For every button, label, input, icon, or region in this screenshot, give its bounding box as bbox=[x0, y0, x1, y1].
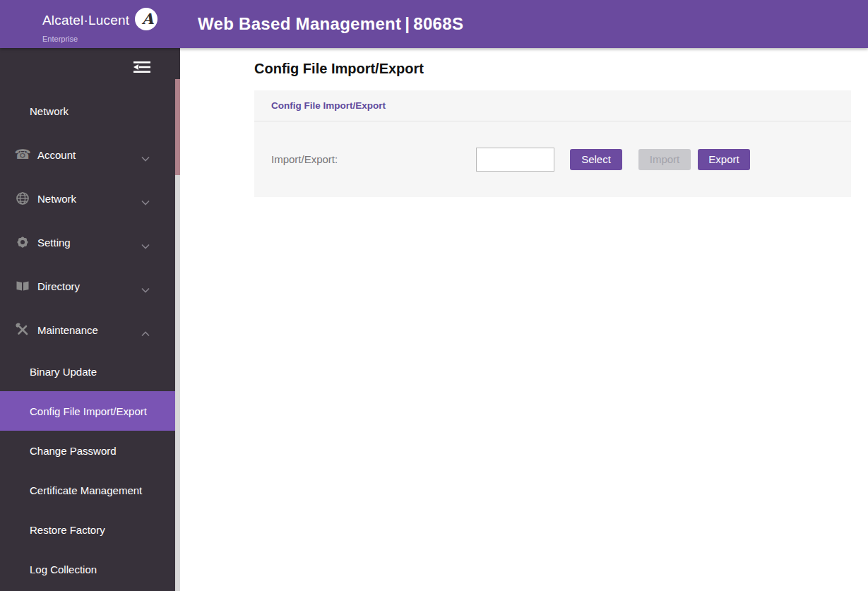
sidebar-scrollbar-thumb[interactable] bbox=[175, 79, 180, 175]
export-button[interactable]: Export bbox=[698, 149, 750, 170]
page-header-title: Web Based Management | 8068S bbox=[198, 0, 463, 48]
gear-icon bbox=[15, 234, 30, 250]
import-button[interactable]: Import bbox=[638, 149, 691, 170]
globe-icon bbox=[15, 191, 30, 206]
sidebar-item-network-top[interactable]: Network bbox=[0, 89, 175, 133]
tools-icon bbox=[15, 322, 30, 338]
file-path-input[interactable] bbox=[476, 148, 554, 172]
import-export-label: Import/Export: bbox=[271, 153, 476, 165]
book-icon bbox=[15, 278, 30, 294]
brand-name: Alcatel·Lucent bbox=[42, 13, 129, 28]
config-import-export-panel: Config File Import/Export Import/Export:… bbox=[254, 90, 851, 197]
sidebar-item-log-collection[interactable]: Log Collection bbox=[0, 549, 175, 589]
main-content: Config File Import/Export Config File Im… bbox=[180, 48, 868, 591]
sidebar-item-certificate-management[interactable]: Certificate Management bbox=[0, 470, 175, 510]
app-title: Web Based Management bbox=[198, 14, 401, 34]
sidebar: Network ☎ Account Network bbox=[0, 48, 180, 591]
chevron-down-icon bbox=[141, 152, 150, 164]
brand-logo: Alcatel·Lucent A Enterprise bbox=[42, 7, 162, 43]
sidebar-item-change-password[interactable]: Change Password bbox=[0, 431, 175, 470]
svg-text:A: A bbox=[141, 10, 154, 28]
chevron-down-icon bbox=[141, 283, 150, 295]
sidebar-item-restore-factory[interactable]: Restore Factory bbox=[0, 510, 175, 549]
panel-header-title: Config File Import/Export bbox=[271, 100, 386, 111]
chevron-up-icon bbox=[141, 327, 150, 339]
sidebar-scrollbar[interactable] bbox=[175, 79, 180, 591]
chevron-down-icon bbox=[141, 196, 150, 208]
title-separator: | bbox=[405, 14, 410, 34]
chevron-down-icon bbox=[141, 239, 150, 251]
brand-subtitle: Enterprise bbox=[42, 35, 162, 43]
page-title: Config File Import/Export bbox=[254, 61, 424, 77]
sidebar-item-network[interactable]: Network bbox=[0, 177, 175, 220]
collapse-sidebar-icon[interactable] bbox=[132, 60, 152, 74]
device-model: 8068S bbox=[413, 14, 463, 34]
panel-header: Config File Import/Export bbox=[254, 90, 851, 121]
alcatel-lucent-logo-icon: A bbox=[134, 7, 158, 34]
sidebar-item-binary-update[interactable]: Binary Update bbox=[0, 352, 175, 391]
panel-body: Import/Export: Select Import Export bbox=[254, 121, 851, 197]
select-button[interactable]: Select bbox=[570, 149, 622, 170]
sidebar-top-bar bbox=[0, 48, 180, 89]
sidebar-item-directory[interactable]: Directory bbox=[0, 264, 175, 308]
app-header: Alcatel·Lucent A Enterprise Web Based Ma… bbox=[0, 0, 868, 48]
sidebar-item-config-file-import-export[interactable]: Config File Import/Export bbox=[0, 391, 175, 431]
sidebar-item-maintenance[interactable]: Maintenance bbox=[0, 308, 175, 352]
sidebar-item-account[interactable]: ☎ Account bbox=[0, 133, 175, 177]
sidebar-item-setting[interactable]: Setting bbox=[0, 220, 175, 264]
phone-icon: ☎ bbox=[15, 147, 30, 162]
